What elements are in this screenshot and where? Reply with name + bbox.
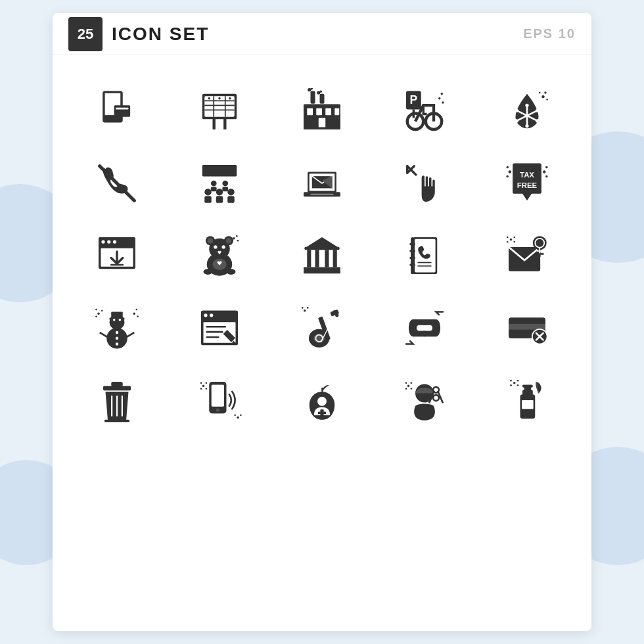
icon-touch-gesture[interactable] [373,147,476,219]
svg-rect-174 [111,382,123,386]
icon-bank-building[interactable] [271,219,373,292]
svg-line-51 [100,166,135,201]
icon-web-download[interactable] [66,219,168,292]
svg-rect-111 [411,237,414,274]
svg-point-47 [541,95,544,98]
svg-point-181 [216,408,219,411]
svg-point-73 [507,175,509,178]
format-label: EPS 10 [523,26,576,41]
svg-point-187 [237,417,239,419]
icon-water-drop-snowflake[interactable] [476,75,578,147]
svg-point-144 [135,309,137,311]
icon-hairdresser[interactable] [373,364,476,436]
svg-rect-114 [409,257,415,260]
svg-point-124 [507,237,509,239]
svg-point-89 [208,238,214,244]
svg-point-43 [515,109,518,112]
svg-point-94 [204,269,213,275]
svg-point-61 [222,181,228,187]
svg-point-214 [517,384,519,386]
svg-point-145 [137,315,139,317]
icon-factory-building[interactable] [271,75,373,147]
svg-point-81 [107,240,110,243]
svg-point-186 [206,388,208,390]
svg-rect-100 [307,250,311,267]
svg-rect-208 [522,400,534,409]
svg-rect-180 [212,384,224,406]
svg-point-80 [101,240,104,243]
icon-apple-health[interactable] [271,364,373,436]
svg-rect-52 [202,165,237,177]
svg-point-201 [411,382,413,384]
icon-email-laptop[interactable] [271,147,373,219]
svg-rect-27 [334,108,339,116]
svg-point-190 [317,397,327,406]
svg-point-37 [441,93,444,95]
svg-point-126 [507,241,509,243]
svg-rect-105 [304,270,340,273]
svg-point-199 [407,384,410,387]
svg-rect-54 [204,196,212,203]
svg-rect-24 [307,108,313,116]
svg-point-41 [525,104,528,107]
svg-point-132 [113,319,116,321]
svg-point-15 [218,97,221,100]
icon-count-badge: 25 [68,17,103,51]
svg-rect-103 [333,250,337,267]
icon-mobile-speaker[interactable] [168,364,271,436]
svg-point-35 [438,97,441,100]
svg-rect-28 [319,118,326,129]
svg-point-182 [202,384,205,387]
svg-point-184 [206,382,208,384]
icon-delete-card[interactable] [476,292,578,364]
svg-rect-131 [110,317,125,320]
icon-female-envelope[interactable] [476,219,578,292]
svg-rect-3 [114,105,131,117]
svg-rect-193 [321,388,323,392]
icon-trash-can[interactable] [66,364,168,436]
icon-audience[interactable] [168,147,271,219]
svg-point-82 [113,240,116,243]
svg-point-127 [513,241,515,243]
svg-rect-192 [318,412,326,415]
svg-point-141 [101,310,103,311]
icon-chain-links[interactable] [373,292,476,364]
svg-point-135 [116,337,118,340]
svg-point-188 [234,414,236,416]
svg-point-196 [433,395,439,401]
svg-point-203 [411,388,413,390]
icon-bike-parking[interactable]: P [373,75,476,147]
icon-snowman[interactable] [66,292,168,364]
svg-point-200 [405,382,407,384]
svg-point-189 [240,414,242,416]
svg-rect-60 [211,187,217,191]
svg-point-75 [545,166,548,169]
icon-guitar[interactable] [271,292,373,364]
icon-teddy-bear[interactable] [168,219,271,292]
icon-edit-window[interactable] [168,292,271,364]
svg-text:TAX: TAX [520,171,534,179]
svg-point-211 [510,380,512,382]
svg-text:FREE: FREE [517,181,538,189]
svg-point-134 [116,331,118,334]
icon-billboard-calendar[interactable] [168,75,271,147]
icon-no-phone[interactable] [66,147,168,219]
svg-point-59 [211,181,217,187]
icon-tax-free-bubble[interactable]: TAX FREE [476,147,578,219]
svg-point-44 [536,109,539,112]
svg-point-143 [133,312,136,315]
svg-rect-18 [320,94,325,104]
card-header: 25 ICON SET EPS 10 [53,13,591,55]
svg-point-213 [510,384,512,386]
svg-point-149 [204,313,207,317]
svg-point-136 [116,342,118,345]
icon-perfume-leaf[interactable] [476,364,578,436]
svg-point-150 [210,313,213,317]
svg-point-92 [222,245,225,248]
svg-rect-104 [304,267,340,270]
icon-phone-book[interactable] [373,219,476,292]
svg-point-165 [302,307,304,309]
icon-mobile-payment[interactable] [66,75,168,147]
svg-point-142 [95,315,97,317]
svg-point-49 [539,92,541,94]
